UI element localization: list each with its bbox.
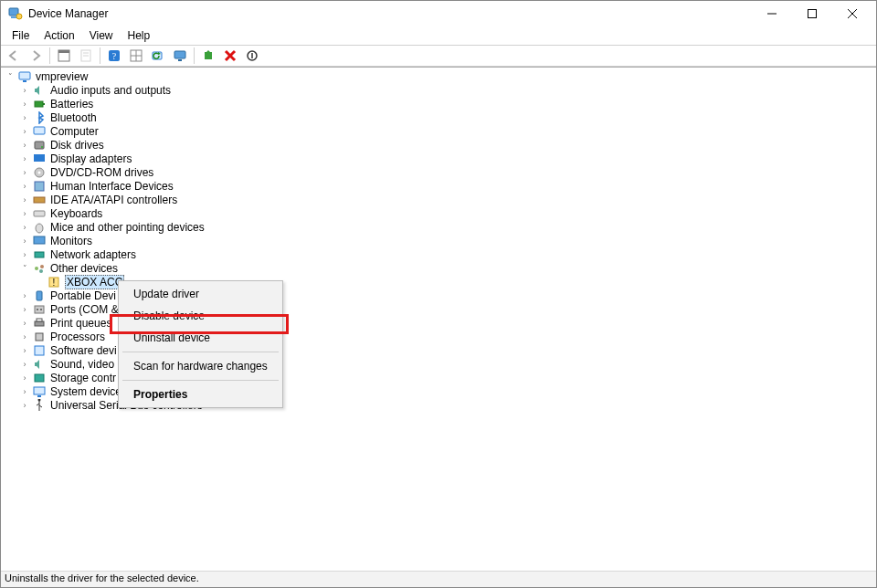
svg-rect-31: [34, 154, 45, 162]
ctx-uninstall-device[interactable]: Uninstall device: [121, 327, 280, 349]
menu-help[interactable]: Help: [121, 27, 158, 44]
toolbar-separator: [49, 47, 50, 64]
menu-view[interactable]: View: [82, 27, 121, 44]
maximize-button[interactable]: [792, 1, 832, 26]
expander-icon[interactable]: ›: [19, 206, 30, 220]
tree-category-label: Portable Devi: [50, 289, 116, 302]
ide-icon: [32, 193, 47, 207]
svg-rect-54: [34, 387, 45, 394]
bluetooth-icon: [32, 110, 47, 125]
sound-icon: [32, 357, 47, 372]
tree-category-label: Mice and other pointing devices: [50, 221, 205, 234]
toolbar-properties-button[interactable]: [76, 46, 96, 66]
toolbar-separator: [100, 47, 100, 64]
expander-icon[interactable]: ›: [19, 398, 30, 412]
toolbar-help-button[interactable]: ?: [104, 46, 124, 66]
svg-point-40: [35, 267, 38, 270]
cpu-icon: [32, 330, 47, 344]
svg-rect-36: [34, 211, 45, 216]
expander-icon[interactable]: ›: [19, 83, 30, 97]
expander-icon[interactable]: ›: [19, 152, 30, 165]
svg-point-47: [37, 309, 38, 310]
battery-icon: [32, 97, 47, 111]
expander-icon[interactable]: ›: [19, 357, 30, 371]
tree-category[interactable]: ›Computer: [1, 124, 876, 138]
tree-category-label: Batteries: [50, 98, 93, 110]
svg-rect-28: [34, 127, 45, 134]
expander-icon[interactable]: ›: [19, 330, 30, 343]
expander-icon[interactable]: ›: [19, 193, 30, 206]
menu-action[interactable]: Action: [37, 27, 81, 44]
close-button[interactable]: [832, 1, 872, 26]
expander-icon[interactable]: ›: [19, 124, 30, 138]
tree-category[interactable]: ›Batteries: [1, 97, 876, 110]
expander-icon[interactable]: ›: [19, 138, 30, 152]
tree-category-label: Bluetooth: [50, 111, 97, 124]
toolbar-grid-button[interactable]: [126, 46, 146, 66]
tree-category-label: Keyboards: [50, 207, 102, 220]
toolbar-uninstall-button[interactable]: [220, 46, 240, 66]
tree-category[interactable]: ›Disk drives: [1, 138, 876, 152]
ctx-update-driver[interactable]: Update driver: [121, 283, 280, 305]
ctx-properties[interactable]: Properties: [121, 383, 280, 405]
expander-icon[interactable]: ›: [19, 371, 30, 384]
ports-icon: [32, 302, 47, 317]
software-icon: [32, 343, 47, 358]
expander-icon[interactable]: ›: [19, 316, 30, 330]
expander-icon[interactable]: ›: [19, 302, 30, 316]
toolbar-show-hidden-button[interactable]: [54, 46, 74, 66]
expander-icon[interactable]: ›: [19, 343, 30, 357]
speaker-icon: [32, 83, 47, 98]
tree-category[interactable]: ›Mice and other pointing devices: [1, 220, 876, 234]
expander-icon[interactable]: ›: [19, 97, 30, 110]
toolbar-forward-button[interactable]: [26, 46, 46, 66]
tree-category-label: Ports (COM &: [50, 303, 119, 316]
toolbar-back-button[interactable]: [4, 46, 24, 66]
tree-category[interactable]: ›Display adapters: [1, 152, 876, 165]
ctx-scan-hardware[interactable]: Scan for hardware changes: [121, 355, 280, 377]
expander-icon[interactable]: ›: [19, 179, 30, 193]
expander-icon[interactable]: ›: [19, 289, 30, 302]
tree-category-label: System devices: [50, 385, 127, 398]
tree-category-label: IDE ATA/ATAPI controllers: [50, 194, 177, 206]
svg-rect-55: [37, 395, 41, 397]
ctx-disable-device[interactable]: Disable device: [121, 305, 280, 327]
tree-category[interactable]: ›DVD/CD-ROM drives: [1, 165, 876, 179]
expander-icon[interactable]: ›: [19, 234, 30, 247]
tree-category-other-devices[interactable]: ˅ Other devices: [1, 261, 876, 275]
expander-icon[interactable]: ›: [19, 165, 30, 179]
titlebar: Device Manager: [1, 1, 876, 26]
toolbar-monitor-button[interactable]: [170, 46, 190, 66]
tree-category[interactable]: ›Audio inputs and outputs: [1, 83, 876, 97]
tree-category[interactable]: ›Network adapters: [1, 247, 876, 261]
tree-category-label: Disk drives: [50, 139, 104, 152]
svg-rect-53: [35, 374, 44, 382]
expander-icon[interactable]: ›: [19, 247, 30, 261]
expander-icon[interactable]: ˅: [19, 261, 30, 275]
tree-root[interactable]: ˅ vmpreview: [1, 69, 876, 83]
usb-icon: [32, 398, 47, 413]
tree-category[interactable]: ›Bluetooth: [1, 110, 876, 124]
svg-rect-45: [37, 291, 42, 300]
unknown-device-icon: !: [47, 275, 61, 289]
tree-category[interactable]: ›Keyboards: [1, 206, 876, 220]
expander-icon[interactable]: ›: [19, 220, 30, 234]
svg-rect-35: [34, 197, 45, 203]
tree-category[interactable]: ›Human Interface Devices: [1, 179, 876, 193]
other-devices-icon: [32, 261, 47, 276]
svg-rect-39: [35, 252, 44, 257]
statusbar: Uninstalls the driver for the selected d…: [1, 571, 876, 587]
expander-icon[interactable]: ›: [19, 110, 30, 124]
minimize-button[interactable]: [752, 1, 792, 26]
toolbar-refresh-button[interactable]: [148, 46, 168, 66]
toolbar-disable-button[interactable]: [242, 46, 262, 66]
svg-point-42: [39, 269, 43, 273]
expander-icon[interactable]: ˅: [5, 69, 16, 83]
expander-icon[interactable]: ›: [19, 384, 30, 398]
tree-category[interactable]: ›Monitors: [1, 234, 876, 247]
menu-file[interactable]: File: [5, 27, 37, 44]
toolbar-update-driver-button[interactable]: [198, 46, 218, 66]
svg-rect-20: [205, 52, 212, 59]
storage-icon: [32, 371, 47, 385]
tree-category[interactable]: ›IDE ATA/ATAPI controllers: [1, 193, 876, 206]
